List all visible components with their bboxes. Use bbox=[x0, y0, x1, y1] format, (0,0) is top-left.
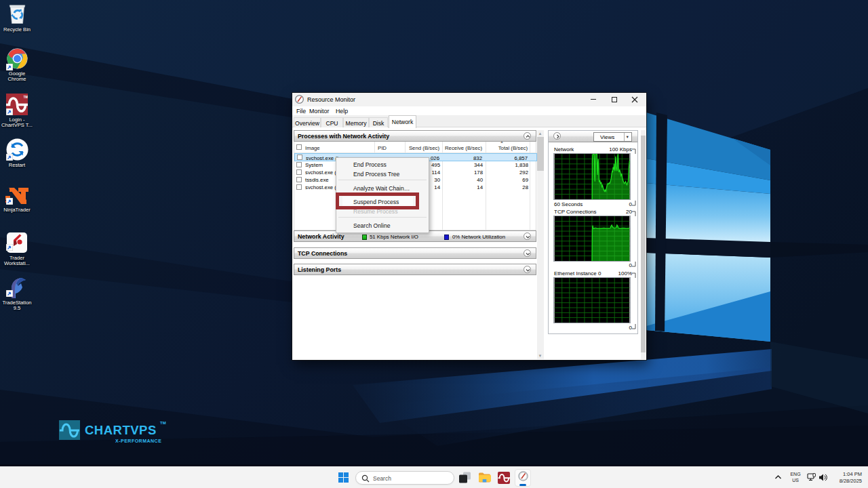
svg-text:TM: TM bbox=[24, 96, 28, 99]
